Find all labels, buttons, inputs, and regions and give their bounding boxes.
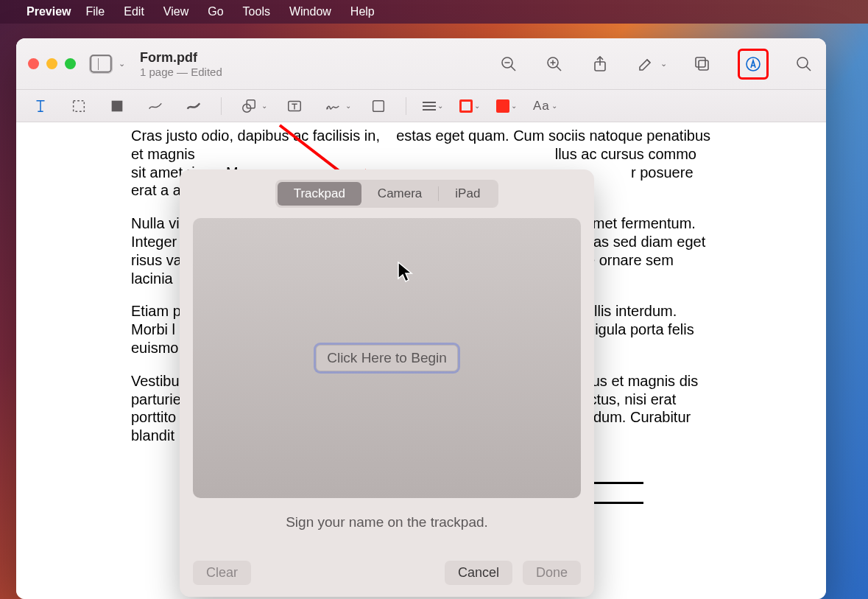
menu-view[interactable]: View — [163, 5, 188, 18]
signature-instruction: Sign your name on the trackpad. — [286, 514, 488, 530]
document-header: Form.pdf 1 page — Edited — [140, 50, 222, 78]
highlight-button[interactable] — [635, 54, 656, 74]
markup-toolbar-button[interactable] — [743, 54, 763, 74]
chevron-down-icon: ⌄ — [511, 102, 517, 110]
text-style-menu[interactable]: Aa ⌄ — [533, 99, 557, 113]
note-tool[interactable] — [367, 95, 389, 117]
menu-help[interactable]: Help — [350, 5, 375, 18]
markup-button-highlight — [738, 49, 769, 80]
svg-line-2 — [511, 66, 515, 71]
redact-tool[interactable] — [106, 95, 128, 117]
text-box-tool[interactable] — [283, 95, 306, 117]
minimize-button[interactable] — [46, 58, 57, 69]
macos-menubar: Preview File Edit View Go Tools Window H… — [0, 0, 868, 24]
clear-button[interactable]: Clear — [193, 561, 251, 585]
tab-camera[interactable]: Camera — [361, 182, 438, 206]
popover-buttons: Clear Cancel Done — [193, 561, 581, 585]
line-style-menu[interactable]: ⌄ — [423, 102, 443, 111]
svg-rect-14 — [74, 100, 85, 111]
svg-line-13 — [806, 66, 811, 71]
border-color-swatch — [459, 99, 473, 113]
close-button[interactable] — [28, 58, 39, 69]
toolbar-separator — [406, 97, 406, 115]
click-to-begin-button[interactable]: Click Here to Begin — [316, 345, 458, 371]
zoom-button[interactable] — [65, 58, 76, 69]
sign-menu[interactable]: ⌄ — [322, 95, 351, 117]
chevron-down-icon: ⌄ — [474, 102, 480, 110]
svg-rect-15 — [112, 100, 123, 111]
toolbar-separator — [221, 97, 222, 115]
sketch-tool[interactable] — [144, 95, 166, 117]
preview-window: ⌄ Form.pdf 1 page — Edited ⌄ — [16, 38, 826, 599]
share-button[interactable] — [590, 54, 610, 74]
cancel-button[interactable]: Cancel — [445, 561, 512, 585]
sidebar-mode-chevron-icon[interactable]: ⌄ — [119, 59, 125, 69]
svg-rect-10 — [696, 57, 705, 67]
trackpad-signature-area[interactable]: Click Here to Begin — [193, 218, 581, 498]
svg-rect-9 — [699, 60, 708, 70]
menu-go[interactable]: Go — [208, 5, 223, 18]
border-color-menu[interactable]: ⌄ — [459, 99, 480, 113]
document-subtitle: 1 page — Edited — [140, 66, 222, 78]
svg-rect-19 — [373, 100, 384, 111]
mouse-cursor-icon — [397, 261, 416, 283]
svg-point-12 — [797, 57, 808, 68]
chevron-down-icon: ⌄ — [437, 102, 443, 110]
tab-trackpad[interactable]: Trackpad — [278, 182, 361, 206]
fill-color-swatch — [496, 99, 509, 113]
chevron-down-icon: ⌄ — [551, 102, 557, 110]
tab-ipad[interactable]: iPad — [439, 182, 496, 206]
zoom-in-button[interactable] — [544, 54, 565, 74]
signature-source-tabs: Trackpad Camera iPad — [275, 180, 499, 208]
shapes-menu[interactable]: ⌄ — [238, 95, 267, 117]
rotate-button[interactable] — [692, 54, 713, 74]
menu-edit[interactable]: Edit — [124, 5, 144, 18]
signature-popover: Trackpad Camera iPad Click Here to Begin… — [180, 169, 594, 597]
titlebar: ⌄ Form.pdf 1 page — Edited ⌄ — [16, 38, 826, 90]
app-menu[interactable]: Preview — [27, 5, 71, 18]
done-button[interactable]: Done — [523, 561, 581, 585]
draw-tool[interactable] — [183, 95, 205, 117]
rect-selection-tool[interactable] — [68, 95, 90, 117]
menu-window[interactable]: Window — [289, 5, 331, 18]
svg-line-5 — [557, 66, 561, 71]
menu-tools[interactable]: Tools — [243, 5, 270, 18]
markup-toolbar: ⌄ ⌄ ⌄ ⌄ ⌄ Aa ⌄ — [16, 90, 826, 122]
document-title: Form.pdf — [140, 50, 222, 66]
text-selection-tool[interactable] — [29, 95, 52, 117]
fill-color-menu[interactable]: ⌄ — [496, 99, 517, 113]
search-button[interactable] — [794, 54, 814, 74]
highlight-menu-chevron-icon[interactable]: ⌄ — [660, 59, 667, 69]
text-style-label: Aa — [533, 99, 550, 113]
chevron-down-icon: ⌄ — [261, 102, 267, 110]
svg-rect-0 — [91, 55, 111, 72]
chevron-down-icon: ⌄ — [345, 102, 351, 110]
zoom-out-button[interactable] — [498, 54, 519, 74]
sidebar-toggle-button[interactable] — [89, 55, 113, 74]
window-controls — [28, 58, 76, 69]
menu-file[interactable]: File — [85, 5, 105, 18]
